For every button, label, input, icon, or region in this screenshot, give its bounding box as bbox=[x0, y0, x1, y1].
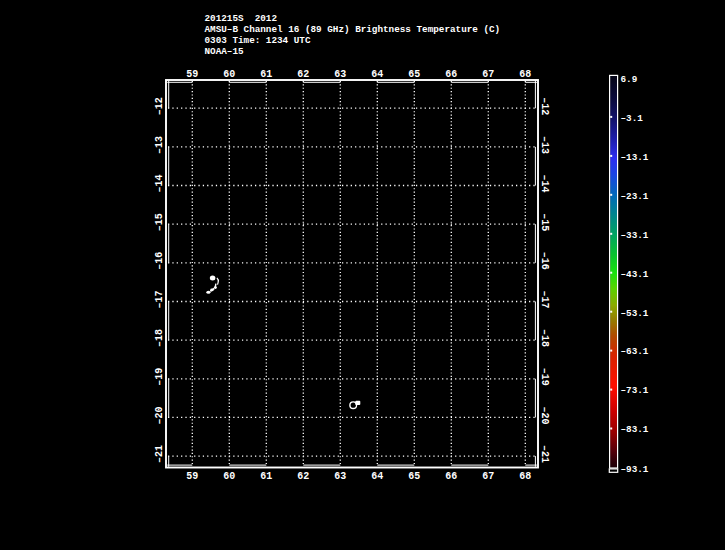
svg-text:68: 68 bbox=[519, 471, 531, 482]
svg-text:–93.1: –93.1 bbox=[621, 464, 649, 475]
svg-text:65: 65 bbox=[408, 471, 420, 482]
svg-text:67: 67 bbox=[482, 471, 494, 482]
svg-text:59: 59 bbox=[186, 471, 198, 482]
svg-text:64: 64 bbox=[371, 471, 383, 482]
svg-text:–13: –13 bbox=[154, 136, 165, 154]
svg-text:AMSU–B Channel 16 (89 GHz) Bri: AMSU–B Channel 16 (89 GHz) Brightness Te… bbox=[205, 24, 501, 35]
svg-text:–15: –15 bbox=[539, 213, 550, 231]
svg-text:59: 59 bbox=[186, 69, 198, 80]
svg-text:–12: –12 bbox=[539, 97, 550, 115]
svg-text:–21: –21 bbox=[154, 445, 165, 463]
svg-text:62: 62 bbox=[297, 471, 309, 482]
svg-text:62: 62 bbox=[297, 69, 309, 80]
svg-text:–12: –12 bbox=[154, 97, 165, 115]
svg-text:–16: –16 bbox=[539, 252, 550, 270]
svg-text:–16: –16 bbox=[154, 252, 165, 270]
svg-text:63: 63 bbox=[334, 69, 346, 80]
svg-text:–20: –20 bbox=[154, 406, 165, 424]
svg-text:61: 61 bbox=[260, 471, 272, 482]
svg-text:60: 60 bbox=[223, 471, 235, 482]
svg-text:66: 66 bbox=[445, 471, 457, 482]
svg-text:–33.1: –33.1 bbox=[621, 230, 649, 241]
svg-text:–14: –14 bbox=[539, 174, 550, 192]
svg-text:60: 60 bbox=[223, 69, 235, 80]
svg-text:–15: –15 bbox=[154, 213, 165, 231]
svg-text:NOAA–15: NOAA–15 bbox=[205, 46, 244, 57]
svg-text:–13: –13 bbox=[539, 136, 550, 154]
svg-text:63: 63 bbox=[334, 471, 346, 482]
svg-text:61: 61 bbox=[260, 69, 272, 80]
svg-text:–14: –14 bbox=[154, 174, 165, 192]
svg-text:–17: –17 bbox=[154, 290, 165, 308]
svg-text:–3.1: –3.1 bbox=[621, 113, 644, 124]
svg-text:–63.1: –63.1 bbox=[621, 346, 649, 357]
svg-text:–19: –19 bbox=[539, 368, 550, 386]
svg-text:–18: –18 bbox=[539, 329, 550, 347]
svg-text:–73.1: –73.1 bbox=[621, 385, 649, 396]
svg-text:–19: –19 bbox=[154, 368, 165, 386]
svg-text:–21: –21 bbox=[539, 445, 550, 463]
svg-text:–23.1: –23.1 bbox=[621, 191, 649, 202]
svg-text:–17: –17 bbox=[539, 290, 550, 308]
svg-text:65: 65 bbox=[408, 69, 420, 80]
svg-text:6.9: 6.9 bbox=[621, 74, 638, 85]
svg-text:–83.1: –83.1 bbox=[621, 424, 649, 435]
svg-text:0303 Time: 1234 UTC: 0303 Time: 1234 UTC bbox=[205, 35, 311, 46]
svg-text:–18: –18 bbox=[154, 329, 165, 347]
svg-text:–43.1: –43.1 bbox=[621, 269, 649, 280]
svg-text:66: 66 bbox=[445, 69, 457, 80]
svg-text:64: 64 bbox=[371, 69, 383, 80]
svg-text:–20: –20 bbox=[539, 406, 550, 424]
svg-text:–53.1: –53.1 bbox=[621, 308, 649, 319]
svg-text:67: 67 bbox=[482, 69, 494, 80]
svg-text:68: 68 bbox=[519, 69, 531, 80]
svg-text:201215S 2012: 201215S 2012 bbox=[205, 13, 278, 24]
svg-text:–13.1: –13.1 bbox=[621, 152, 649, 163]
